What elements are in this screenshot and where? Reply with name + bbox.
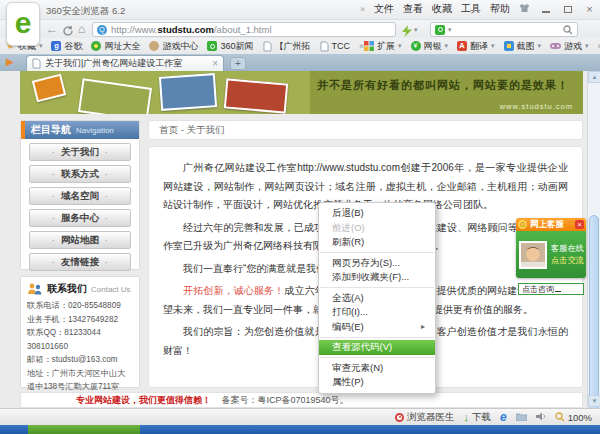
chat-action[interactable]: 点击交流 — [551, 255, 584, 267]
text-caret — [555, 284, 561, 292]
contact-subtitle: Contact Us — [91, 285, 131, 294]
chat-text: 客服在线 点击交流 — [551, 243, 584, 267]
sidebar-item-links[interactable]: ·友情链接· — [29, 253, 131, 271]
menu-item-print[interactable]: 打印(I)... — [319, 305, 435, 320]
chat-input[interactable]: 点击咨询 — [518, 283, 584, 295]
menu-item-encoding[interactable]: 编码(E)▸ — [319, 320, 435, 335]
window-title: 360安全浏览器 6.2 — [46, 5, 125, 18]
url-text[interactable]: http://www.studstu.com/about_1.html — [111, 24, 272, 35]
footer-icp: 备案号：粤ICP备07019540号。 — [222, 395, 349, 405]
menu-item-back[interactable]: 后退(B) — [319, 206, 435, 221]
maximize-button[interactable] — [561, 3, 574, 15]
titlebar-controls: » 文件 查看 收藏 工具 帮助 × — [360, 2, 596, 16]
search-icon[interactable] — [563, 21, 573, 39]
sidebar-item-about[interactable]: ·关于我们· — [29, 143, 131, 161]
browser-logo-icon: e — [6, 2, 40, 46]
sidebar-nav: 栏目导航 Navigation ·关于我们· ·联系方式· ·域名空间· ·服务… — [20, 120, 140, 270]
menu-item-properties[interactable]: 属性(P) — [319, 375, 435, 390]
search-box[interactable]: ▾ — [430, 22, 578, 37]
bookmark-game-center[interactable]: 游戏中心 — [149, 40, 198, 53]
toolbar-screenshot[interactable]: 截图▾ — [504, 40, 542, 53]
menu-item-save-as[interactable]: 网页另存为(S)... — [319, 256, 435, 271]
menu-favorites[interactable]: 收藏 — [432, 2, 452, 16]
chat-body[interactable]: 客服在线 点击交流 — [516, 231, 586, 278]
breadcrumb-separator: - — [181, 124, 184, 135]
ie-mode-icon[interactable]: e — [500, 410, 507, 424]
menu-item-refresh[interactable]: 刷新(R) — [319, 235, 435, 250]
download-icon: ↓ — [464, 411, 470, 423]
menu-tools[interactable]: 工具 — [461, 2, 481, 16]
minimize-button[interactable] — [539, 3, 552, 15]
tab-close-icon[interactable]: × — [212, 59, 218, 69]
skin-icon[interactable] — [519, 3, 530, 15]
bookmark-sites[interactable]: 网址大全 — [91, 40, 140, 53]
tab-title: 关于我们|广州奇亿网站建设工作室 — [45, 57, 208, 70]
bookmark-google[interactable]: g谷歌 — [51, 40, 82, 53]
back-button[interactable]: ← — [46, 22, 58, 36]
search-engine-icon[interactable] — [435, 25, 445, 35]
url-path: /about_1.html — [214, 24, 272, 35]
tab-list-icon[interactable]: ▶ — [6, 56, 14, 67]
contact-qq: 联系QQ：81233044 308101660 — [27, 326, 133, 353]
mute-icon[interactable] — [536, 412, 546, 423]
sidebar-item-service[interactable]: ·服务中心· — [29, 209, 131, 227]
menu-item-view-source[interactable]: 查看源代码(V) — [319, 340, 435, 355]
breadcrumb-home[interactable]: 首页 — [159, 124, 178, 135]
breadcrumb-current: 关于我们 — [186, 124, 224, 135]
nav-header: 栏目导航 Navigation — [21, 121, 139, 139]
tab-page-icon — [32, 58, 41, 69]
toolbar-translate[interactable]: A翻译▾ — [457, 40, 495, 53]
status-bar: 浏览器医生 ↓下载 e 100% — [0, 408, 600, 425]
menu-item-inspect[interactable]: 审查元素(N) — [319, 361, 435, 376]
download-manager[interactable]: ↓下载 — [464, 411, 492, 424]
scroll-down-icon[interactable]: ▼ — [588, 395, 600, 407]
bookmark-360-news[interactable]: 360新闻 — [207, 40, 253, 53]
nav-title: 栏目导航 — [31, 123, 71, 137]
site-favicon: Q — [97, 25, 107, 35]
contact-title: 联系我们 — [47, 282, 87, 296]
chat-header[interactable]: ☺ 网上客服 × — [516, 218, 586, 231]
menu-view[interactable]: 查看 — [403, 2, 423, 16]
close-button[interactable]: × — [583, 3, 596, 15]
speed-mode-caret-icon[interactable]: ▾ — [414, 26, 418, 34]
menu-help[interactable]: 帮助 — [490, 2, 510, 16]
menu-separator — [320, 287, 434, 288]
menu-overflow-icon[interactable]: » — [360, 4, 365, 14]
smiley-icon: ☺ — [518, 220, 527, 229]
scroll-up-icon[interactable]: ▲ — [588, 71, 600, 83]
browser-doctor[interactable]: 浏览器医生 — [395, 411, 455, 424]
banner-url: www.studstu.com — [500, 102, 573, 111]
chat-widget: ☺ 网上客服 × 客服在线 点击交流 — [516, 218, 586, 278]
address-bar[interactable]: Q http://www.studstu.com/about_1.html — [92, 22, 396, 37]
nav-subtitle: Navigation — [76, 126, 114, 135]
banner-collage — [20, 71, 310, 114]
bookmark-tcc[interactable]: TCC — [320, 41, 351, 52]
menu-item-add-favorite[interactable]: 添加到收藏夹(F)... — [319, 270, 435, 285]
toolbar-games[interactable]: 游戏▾ — [550, 40, 589, 53]
search-engine-caret-icon[interactable]: ▾ — [448, 26, 452, 34]
menu-file[interactable]: 文件 — [374, 2, 394, 16]
doctor-icon — [395, 413, 404, 422]
bookmark-guangzhou[interactable]: 【广州拓 — [263, 40, 311, 53]
sidebar-item-contact[interactable]: ·联系方式· — [29, 165, 131, 183]
zoom-control[interactable]: 100% — [555, 412, 592, 423]
new-tab-button[interactable]: + — [230, 57, 246, 70]
url-prefix: http://www. — [111, 24, 157, 35]
favorites-caret-icon: ▾ — [39, 42, 43, 50]
toolbar-bank[interactable]: ¥网银▾ — [411, 40, 449, 53]
active-tab[interactable]: 关于我们|广州奇亿网站建设工作室 × — [26, 55, 224, 71]
toolbar-extensions[interactable]: 扩展▾ — [364, 40, 402, 53]
menu-item-forward: 前进(O) — [319, 221, 435, 236]
agent-avatar — [519, 241, 547, 269]
sidebar-item-domain[interactable]: ·域名空间· — [29, 187, 131, 205]
sidebar-item-sitemap[interactable]: ·网站地图· — [29, 231, 131, 249]
page-icon — [263, 41, 272, 52]
scrollbar[interactable]: ▲ ▼ — [587, 71, 600, 408]
people-icon — [27, 283, 43, 295]
resources-icon[interactable] — [516, 412, 527, 423]
home-button[interactable]: ⌂ — [78, 22, 85, 36]
menu-item-select-all[interactable]: 全选(A) — [319, 291, 435, 306]
translate-icon: A — [457, 41, 467, 51]
chat-close-icon[interactable]: × — [575, 220, 584, 229]
menu-separator — [320, 357, 434, 358]
